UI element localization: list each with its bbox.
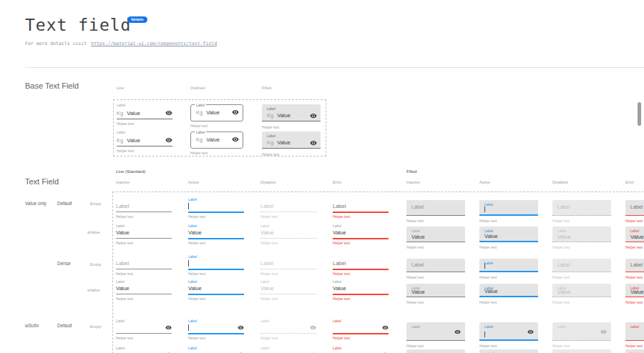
helper-text: Helper text [260, 297, 278, 301]
field-label: Label [116, 224, 125, 228]
helper-text: Helper text [116, 214, 133, 219]
helper-text: Helper text [116, 272, 133, 276]
field-value: Value [630, 289, 644, 296]
helper-text: Helper text [188, 297, 205, 301]
field-filled-disabled-default-empty[interactable]: LabelHelper text [552, 197, 611, 224]
field-value: Value [333, 285, 346, 292]
text-cursor [484, 332, 485, 337]
field-line-disabled-wsufix-empty[interactable]: LabelHelper text [260, 319, 316, 340]
visibility-icon[interactable] [382, 324, 389, 331]
field-filled-error-wsufix-wvalue[interactable]: LabelValueHelper text [625, 346, 644, 353]
field-line-disabled-wsufix-wvalue[interactable]: LabelValueHelper text [260, 346, 316, 353]
filled-box: Label [625, 259, 644, 272]
field-underline [188, 212, 244, 213]
field-line-active-dense-empty[interactable]: LabelHelper text [188, 254, 244, 276]
field-underline [116, 212, 172, 212]
field-input-row [116, 324, 172, 332]
field-filled-inactive-default-empty[interactable]: LabelHelper text [406, 197, 465, 224]
field-underline [333, 212, 389, 213]
field-filled-error-dense-empty[interactable]: LabelHelper text [625, 254, 644, 281]
field-input-row: Value [116, 284, 172, 293]
field-filled-disabled-wsufix-empty[interactable]: LabelHelper text [552, 319, 611, 349]
field-filled-error-default-empty[interactable]: LabelHelper text [625, 197, 644, 224]
scrollbar-thumb[interactable] [638, 102, 641, 126]
visibility-icon[interactable] [165, 324, 172, 331]
field-filled-disabled-wsufix-wvalue[interactable]: LabelValueHelper text [552, 346, 611, 353]
field-line-error-dense-empty[interactable]: LabelHelper text [333, 254, 389, 276]
field-placeholder-label: Label [630, 204, 643, 209]
field-line-inactive-default-wvalue[interactable]: LabelValueHelper text [116, 224, 172, 245]
field-placeholder-label: Label [260, 260, 273, 267]
field-value: Value [557, 234, 571, 241]
field-filled-inactive-dense-wvalue[interactable]: LabelValueHelper text [406, 279, 465, 306]
field-line-error-dense-wvalue[interactable]: LabelValueHelper text [333, 279, 389, 301]
field-placeholder-label: Label [411, 262, 424, 267]
field-input-row: Value [260, 284, 316, 293]
field-filled-disabled-dense-empty[interactable]: LabelHelper text [552, 254, 611, 281]
helper-text: Helper text [260, 272, 278, 276]
field-label: Label [260, 346, 269, 350]
field-filled-active-dense-empty[interactable]: LabelHelper text [479, 254, 538, 281]
field-filled-inactive-default-wvalue[interactable]: LabelValueHelper text [406, 224, 465, 251]
field-label: Label [557, 229, 566, 233]
field-filled-active-wsufix-empty[interactable]: LabelHelper text [479, 319, 538, 349]
field-value: Value [188, 285, 202, 292]
field-line-inactive-dense-wvalue[interactable]: LabelValueHelper text [116, 279, 172, 301]
filled-box: Label [552, 200, 611, 216]
field-filled-active-default-wvalue[interactable]: LabelValueHelper text [479, 224, 538, 251]
field-line-disabled-default-empty[interactable]: LabelHelper text [260, 197, 316, 219]
filled-box: LabelValue [479, 284, 538, 297]
field-line-error-default-empty[interactable]: LabelHelper text [333, 197, 389, 219]
field-underline [188, 294, 244, 295]
visibility-icon[interactable] [600, 329, 607, 335]
field-filled-error-wsufix-empty[interactable]: LabelHelper text [625, 319, 644, 349]
field-line-inactive-default-empty[interactable]: LabelHelper text [116, 197, 172, 219]
field-line-active-dense-wvalue[interactable]: LabelValueHelper text [188, 279, 244, 301]
field-filled-inactive-wsufix-wvalue[interactable]: LabelValueHelper text [406, 346, 465, 353]
field-line-disabled-dense-empty[interactable]: LabelHelper text [260, 254, 316, 276]
helper-text: Helper text [333, 272, 350, 276]
field-filled-disabled-dense-wvalue[interactable]: LabelValueHelper text [552, 279, 611, 306]
field-filled-inactive-dense-empty[interactable]: LabelHelper text [406, 254, 465, 281]
field-filled-error-dense-wvalue[interactable]: LabelValueHelper text [625, 279, 644, 306]
field-line-error-wsufix-wvalue[interactable]: LabelValueHelper text [333, 346, 389, 353]
helper-text: Helper text [479, 245, 497, 249]
field-line-active-default-empty[interactable]: LabelHelper text [188, 197, 244, 219]
field-filled-disabled-default-wvalue[interactable]: LabelValueHelper text [552, 224, 611, 251]
visibility-icon[interactable] [527, 329, 534, 335]
field-placeholder-label: Label [333, 203, 346, 209]
field-underline [116, 238, 172, 239]
visibility-icon[interactable] [238, 324, 244, 331]
visibility-icon[interactable] [310, 324, 316, 331]
field-filled-active-default-empty[interactable]: LabelHelper text [479, 197, 538, 224]
field-underline [260, 294, 316, 294]
helper-text: Helper text [552, 219, 570, 223]
field-label: Label [188, 197, 197, 202]
field-filled-active-dense-wvalue[interactable]: LabelValueHelper text [479, 279, 538, 306]
field-line-active-wsufix-empty[interactable]: LabelHelper text [188, 319, 244, 340]
field-input-row: Label [333, 259, 389, 268]
field-filled-error-default-wvalue[interactable]: LabelValueHelper text [625, 224, 644, 251]
field-line-error-wsufix-empty[interactable]: LabelHelper text [333, 319, 389, 340]
field-line-inactive-wsufix-empty[interactable]: LabelHelper text [116, 319, 172, 340]
field-line-inactive-dense-empty[interactable]: LabelHelper text [116, 254, 172, 276]
field-label: Label [260, 279, 269, 284]
field-label: Label [333, 319, 341, 323]
field-line-disabled-dense-wvalue[interactable]: LabelValueHelper text [260, 279, 316, 301]
visibility-icon[interactable] [454, 329, 461, 335]
filled-box: LabelValue [552, 227, 611, 242]
field-line-active-default-wvalue[interactable]: LabelValueHelper text [188, 224, 244, 245]
field-filled-inactive-wsufix-empty[interactable]: LabelHelper text [406, 319, 465, 349]
field-underline [188, 269, 244, 270]
field-label: Label [484, 261, 493, 265]
field-line-error-default-wvalue[interactable]: LabelValueHelper text [333, 224, 389, 245]
field-label: Label [333, 279, 341, 284]
matrix-grid: LabelHelper textLabelHelper textLabelHel… [0, 0, 644, 353]
field-input-row: Label [333, 202, 389, 211]
filled-box: Label [625, 322, 644, 341]
field-line-active-wsufix-wvalue[interactable]: LabelValueHelper text [188, 346, 244, 353]
field-line-inactive-wsufix-wvalue[interactable]: LabelValueHelper text [116, 346, 172, 353]
field-filled-active-wsufix-wvalue[interactable]: LabelValueHelper text [479, 346, 538, 353]
field-line-disabled-default-wvalue[interactable]: LabelValueHelper text [260, 224, 316, 245]
field-underline [188, 238, 244, 239]
